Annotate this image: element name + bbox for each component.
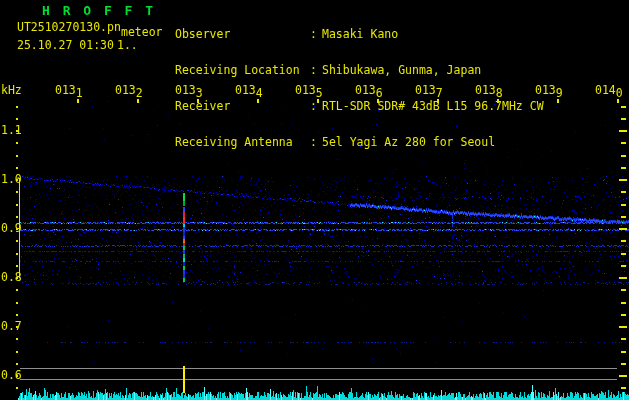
- info-value: Masaki Kano: [322, 27, 398, 41]
- frequency-label: 1.1: [1, 124, 19, 136]
- hrofft-window: H R O F F T UT2510270130.pn meteor 25.10…: [0, 0, 629, 400]
- info-colon: :: [310, 64, 322, 76]
- time-label: 0137: [415, 84, 443, 96]
- app-title: H R O F F T: [42, 3, 156, 18]
- time-label: 0136: [355, 84, 383, 96]
- info-row-receiver: Receiver:RTL-SDR SDR# 43dB L15 96.7MHz C…: [175, 100, 544, 112]
- time-label: 0138: [475, 84, 503, 96]
- info-label: Observer: [175, 28, 310, 40]
- datetime-label: 25.10.27 01:30: [17, 39, 114, 51]
- info-colon: :: [310, 136, 322, 148]
- time-label: 0132: [115, 84, 143, 96]
- frequency-label: 0.6: [1, 369, 19, 381]
- info-colon: :: [310, 100, 322, 112]
- info-row-antenna: Receiving Antenna:5el Yagi Az 280 for Se…: [175, 136, 544, 148]
- frequency-axis-unit: kHz: [1, 84, 22, 96]
- time-label: 0131: [55, 84, 83, 96]
- output-filename: UT2510270130.pn: [17, 21, 121, 33]
- info-value: 5el Yagi Az 280 for Seoul: [322, 135, 495, 149]
- time-label: 0140: [595, 84, 623, 96]
- time-label: 0139: [535, 84, 563, 96]
- info-label: Receiving Location: [175, 64, 310, 76]
- time-label: 0134: [235, 84, 263, 96]
- info-label: Receiving Antenna: [175, 136, 310, 148]
- info-value: RTL-SDR SDR# 43dB L15 96.7MHz CW: [322, 99, 544, 113]
- band-label: meteor: [121, 26, 163, 38]
- time-label: 0135: [295, 84, 323, 96]
- info-colon: :: [310, 28, 322, 40]
- info-value: Shibukawa, Gunma, Japan: [322, 63, 481, 77]
- frequency-label: 0.7: [1, 320, 19, 332]
- frequency-label: 0.8: [1, 271, 19, 283]
- info-row-location: Receiving Location:Shibukawa, Gunma, Jap…: [175, 64, 544, 76]
- time-label: 0133: [175, 84, 203, 96]
- info-row-observer: Observer:Masaki Kano: [175, 28, 544, 40]
- counter-label: 1..: [117, 39, 138, 51]
- frequency-label: 1.0: [1, 173, 19, 185]
- info-label: Receiver: [175, 100, 310, 112]
- frequency-label: 0.9: [1, 222, 19, 234]
